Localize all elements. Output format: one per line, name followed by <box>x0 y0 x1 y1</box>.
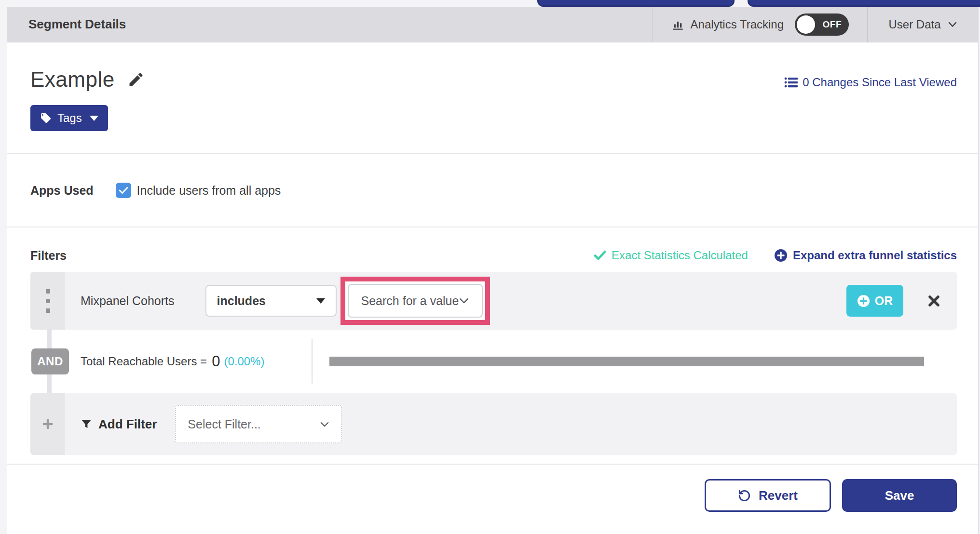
drag-handle[interactable] <box>30 272 65 330</box>
segment-details-card: Segment Details Analytics Tracking OFF U… <box>7 7 979 534</box>
filter-row: Mixpanel Cohorts includes Search for a v… <box>30 272 957 330</box>
segment-name: Example <box>30 67 115 92</box>
include-all-apps-checkbox[interactable] <box>116 183 131 198</box>
plus-circle-icon <box>857 294 870 307</box>
operator-dropdown[interactable]: includes <box>205 285 337 317</box>
operator-value: includes <box>217 294 266 308</box>
filter-field-name: Mixpanel Cohorts <box>81 294 175 308</box>
check-icon <box>594 250 606 261</box>
plus-circle-icon <box>774 249 788 262</box>
totals-row: AND Total Reachable Users = 0 (0.00%) <box>30 330 957 393</box>
chevron-down-icon <box>948 21 957 28</box>
remove-filter-button[interactable] <box>927 294 940 307</box>
header-bar: Segment Details Analytics Tracking OFF U… <box>7 7 978 42</box>
chevron-down-icon <box>320 421 329 427</box>
save-button[interactable]: Save <box>842 479 957 512</box>
tags-button[interactable]: Tags <box>30 105 108 131</box>
toggle-state-label: OFF <box>823 13 842 36</box>
apps-used-section: Apps Used Include users from all apps <box>7 153 978 227</box>
undo-rotate-icon <box>738 489 751 502</box>
revert-button[interactable]: Revert <box>705 479 831 512</box>
caret-down-icon <box>316 298 325 304</box>
value-search-dropdown[interactable]: Search for a value <box>348 284 483 318</box>
add-filter-gutter <box>30 393 65 455</box>
analytics-tracking-label: Analytics Tracking <box>691 18 784 31</box>
exact-statistics-status: Exact Statistics Calculated <box>594 249 748 262</box>
select-filter-placeholder: Select Filter... <box>188 417 260 431</box>
total-reachable-value: 0 <box>212 353 220 370</box>
apps-used-label: Apps Used <box>30 184 94 198</box>
filters-section: Filters Exact Statistics Calculated <box>7 227 978 455</box>
expand-funnel-statistics-link[interactable]: Expand extra funnel statistics <box>774 249 957 262</box>
changes-since-last-viewed-link[interactable]: 0 Changes Since Last Viewed <box>784 73 957 92</box>
page-title: Segment Details <box>7 7 653 42</box>
analytics-tracking-group: Analytics Tracking OFF <box>653 7 867 42</box>
drag-dot <box>46 308 50 313</box>
add-or-condition-button[interactable]: OR <box>846 285 903 317</box>
user-data-label: User Data <box>888 18 940 31</box>
select-filter-dropdown[interactable]: Select Filter... <box>175 405 342 443</box>
toggle-knob <box>797 15 815 34</box>
user-data-dropdown[interactable]: User Data <box>867 7 978 42</box>
add-filter-label: Add Filter <box>98 417 157 432</box>
top-cutoff-button-left[interactable] <box>537 0 735 7</box>
and-badge: AND <box>31 348 69 374</box>
change-list-icon <box>784 77 798 88</box>
total-reachable-percent: (0.00%) <box>224 355 264 368</box>
exact-statistics-label: Exact Statistics Calculated <box>612 249 748 262</box>
revert-button-label: Revert <box>759 488 798 503</box>
top-cutoff-button-right[interactable] <box>748 0 980 7</box>
total-reachable-label: Total Reachable Users = <box>81 355 207 368</box>
expand-funnel-statistics-label: Expand extra funnel statistics <box>793 249 957 262</box>
reachable-users-bar <box>329 357 924 366</box>
include-all-apps-label: Include users from all apps <box>137 184 281 198</box>
value-search-placeholder: Search for a value <box>361 294 459 308</box>
analytics-tracking-toggle[interactable]: OFF <box>795 13 849 36</box>
or-button-label: OR <box>875 294 893 308</box>
funnel-icon <box>81 418 92 430</box>
chevron-down-icon <box>459 297 469 304</box>
footer-actions: Revert Save <box>7 464 978 512</box>
add-filter-row: Add Filter Select Filter... <box>30 393 957 455</box>
changes-link-label: 0 Changes Since Last Viewed <box>803 76 957 89</box>
bar-chart-icon <box>671 18 684 31</box>
drag-dot <box>46 299 50 303</box>
highlight-annotation-box: Search for a value <box>340 277 490 325</box>
tags-button-label: Tags <box>57 111 82 125</box>
caret-down-icon <box>90 116 98 121</box>
plus-icon <box>42 418 54 430</box>
drag-dot <box>46 289 50 294</box>
segment-name-section: Example 0 Changes Since Last Viewed <box>7 42 978 153</box>
tag-icon <box>40 112 52 124</box>
edit-pencil-icon[interactable] <box>127 71 145 88</box>
filters-heading: Filters <box>30 249 67 263</box>
